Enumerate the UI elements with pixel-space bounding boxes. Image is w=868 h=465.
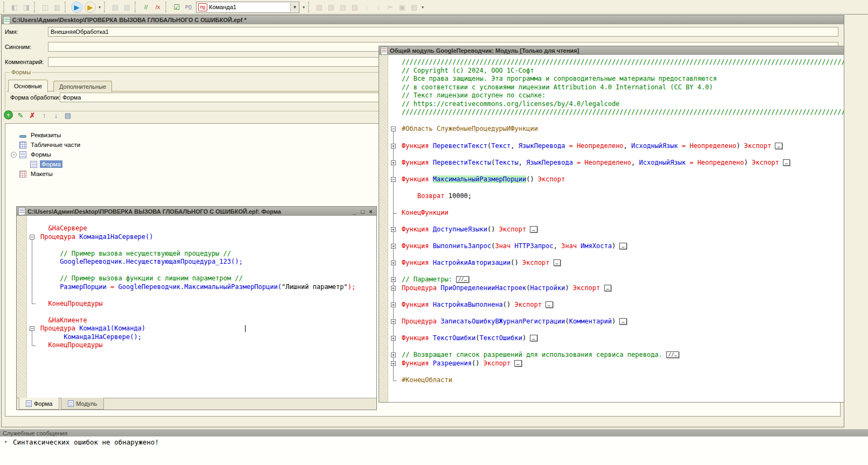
form-window-controls: _□× [351, 208, 376, 215]
collapsed-code-button[interactable]: … [530, 226, 537, 232]
fold-expand-button[interactable]: + [391, 160, 396, 165]
procedures-overflow-arrow[interactable]: ▾ [301, 5, 306, 10]
procedure-selector-combo[interactable]: П()Команда1▼ [196, 2, 299, 13]
compare-configurations-icon: ◧ [9, 1, 20, 13]
code-line: // Пример вызова несуществующей процедур… [26, 250, 376, 258]
collapsed-code-button[interactable]: //… [456, 276, 469, 283]
collapsed-code-button[interactable]: … [775, 143, 782, 149]
fold-collapse-button[interactable]: − [30, 235, 34, 239]
code-line: // в соответствии с условиями лицензии A… [388, 83, 844, 92]
delete-form-button[interactable]: ✗ [27, 110, 37, 120]
collapsed-code-button[interactable]: //… [666, 351, 679, 358]
main-toolbar: ◧◨◫▥▶▶▾▤▤///x☑P()П()Команда1▼▾▤▤▤▤↑↓✂▣▤▾ [0, 0, 868, 15]
compare-merge-icon: ▥ [51, 1, 63, 13]
module-window-title: Общий модуль GoogleПереводчик: Модуль [Т… [390, 47, 579, 54]
collapsed-code-button[interactable]: … [783, 159, 790, 166]
code-line: &НаСервере [26, 224, 376, 233]
start-options-arrow[interactable]: ▾ [97, 5, 102, 10]
code-line: Функция ДоступныеЯзыки() Экспорт… [388, 226, 844, 234]
start-enterprise-button[interactable]: ▶ [85, 2, 96, 13]
code-line: Функция ПеревестиТексты(Тексты, ЯзыкПере… [388, 159, 844, 167]
main-window-titlebar[interactable]: C:\Users\Админ\Desktop\ПРОВЕРКА ВЫЗОВА Г… [2, 16, 844, 24]
form-window-title: C:\Users\Админ\Desktop\ПРОВЕРКА ВЫЗОВА Г… [27, 208, 281, 215]
edit-template-icon: ▤ [337, 1, 349, 13]
tab-main[interactable]: Основные [8, 80, 48, 92]
code-line: РазмерПорции = GoogleПереводчик.Максимал… [26, 283, 376, 292]
code-line: Процедура Команда1НаСервере() [26, 233, 376, 242]
fold-collapse-button[interactable]: − [391, 126, 396, 131]
fold-collapse-button[interactable]: − [30, 326, 34, 331]
fold-expand-button[interactable]: + [391, 353, 396, 357]
name-input[interactable] [48, 27, 838, 37]
procedures-functions-button[interactable]: P() [183, 1, 194, 13]
edit-form-button[interactable]: ✎ [16, 110, 25, 120]
collapsed-code-button[interactable]: … [619, 243, 626, 249]
move-up-button[interactable]: ↑ [39, 110, 49, 120]
bottom-tab-модуль[interactable]: Модуль [61, 398, 104, 410]
fold-expand-button[interactable]: + [391, 260, 396, 265]
collapsed-code-button[interactable]: … [514, 360, 521, 367]
collapsed-code-button[interactable]: … [530, 335, 537, 341]
toolbar-overflow-arrow[interactable]: ▾ [420, 5, 425, 10]
fold-expand-button[interactable]: + [391, 361, 396, 366]
service-messages-header[interactable]: Служебные сообщения [0, 429, 868, 436]
code-line: // Параметры://… [388, 276, 844, 284]
code-line: КонецПроцедуры [26, 341, 376, 350]
forms-icon [19, 151, 26, 158]
add-form-button[interactable]: + [4, 110, 13, 119]
code-line: // Все права защищены. Эта программа и с… [388, 75, 844, 83]
module-code-editor[interactable]: ////////////////////////////////////////… [379, 55, 844, 402]
collapsed-code-button[interactable]: … [554, 259, 561, 266]
cut-icon: ✂ [384, 1, 396, 13]
fold-expand-button[interactable]: + [391, 319, 396, 324]
fold-expand-button[interactable]: + [391, 227, 396, 232]
start-debugging-button[interactable]: ▶ [71, 2, 82, 13]
attributes-icon [19, 135, 26, 138]
bottom-tab-форма[interactable]: Форма [19, 398, 59, 410]
form-code-area[interactable]: &НаСервереПроцедура Команда1НаСервере()−… [26, 216, 376, 398]
code-line: Процедура ПриОпределенииНастроек(Настрой… [388, 284, 844, 293]
code-line: Процедура Команда1(Команда) [26, 325, 376, 333]
fold-expand-button[interactable]: + [391, 277, 396, 282]
fold-expand-button[interactable]: + [391, 336, 396, 341]
module-code-area[interactable]: ////////////////////////////////////////… [388, 55, 844, 402]
close-button[interactable]: × [367, 208, 375, 215]
remove-comment-button[interactable]: /x [152, 1, 164, 13]
message-bullet-icon: ‣ [4, 439, 8, 445]
toolbar-separator [104, 2, 108, 12]
code-line [388, 167, 844, 175]
code-line: #Область СлужебныеПроцедурыИФункции [388, 125, 844, 133]
form-actions-toolbar: +✎✗↑↓▤ [4, 110, 111, 121]
procedure-combo-icon: П() [198, 3, 207, 11]
tree-expander-icon[interactable]: − [11, 152, 17, 158]
maximize-button[interactable]: □ [359, 208, 367, 215]
code-line: ////////////////////////////////////////… [388, 58, 844, 67]
fold-expand-button[interactable]: + [391, 286, 396, 291]
collapsed-code-button[interactable]: … [545, 301, 552, 308]
code-line [388, 326, 844, 335]
database-configuration-icon: ◫ [39, 1, 51, 13]
collapsed-code-button[interactable]: … [604, 285, 611, 291]
form-window-titlebar[interactable]: C:\Users\Админ\Desktop\ПРОВЕРКА ВЫЗОВА Г… [17, 207, 376, 216]
fold-expand-button[interactable]: + [391, 144, 396, 149]
tab-additional[interactable]: Дополнительные [53, 81, 112, 92]
fold-expand-button[interactable]: + [391, 302, 396, 307]
fold-expand-button[interactable]: + [391, 244, 396, 249]
move-down-icon: ↓ [373, 1, 384, 13]
code-line [388, 133, 844, 142]
open-form-list-button[interactable]: ▤ [63, 110, 73, 120]
move-down-button[interactable]: ↓ [51, 110, 61, 120]
form-code-editor[interactable]: &НаСервереПроцедура Команда1НаСервере()−… [17, 216, 376, 398]
code-line [388, 184, 844, 192]
syntax-check-button[interactable]: ☑ [171, 1, 183, 13]
epf-file-icon [3, 16, 10, 24]
module-window-titlebar[interactable]: Общий модуль GoogleПереводчик: Модуль [Т… [379, 46, 844, 55]
form-field-label: Форма обработки: [10, 94, 60, 101]
minimize-button[interactable]: _ [351, 208, 359, 215]
fold-collapse-button[interactable]: − [391, 177, 396, 182]
form-icon [30, 161, 37, 168]
configuration-window-icon: ◨ [20, 1, 32, 13]
combo-dropdown-arrow[interactable]: ▼ [290, 3, 299, 12]
collapsed-code-button[interactable]: … [619, 318, 626, 325]
add-comment-button[interactable]: // [140, 1, 152, 13]
